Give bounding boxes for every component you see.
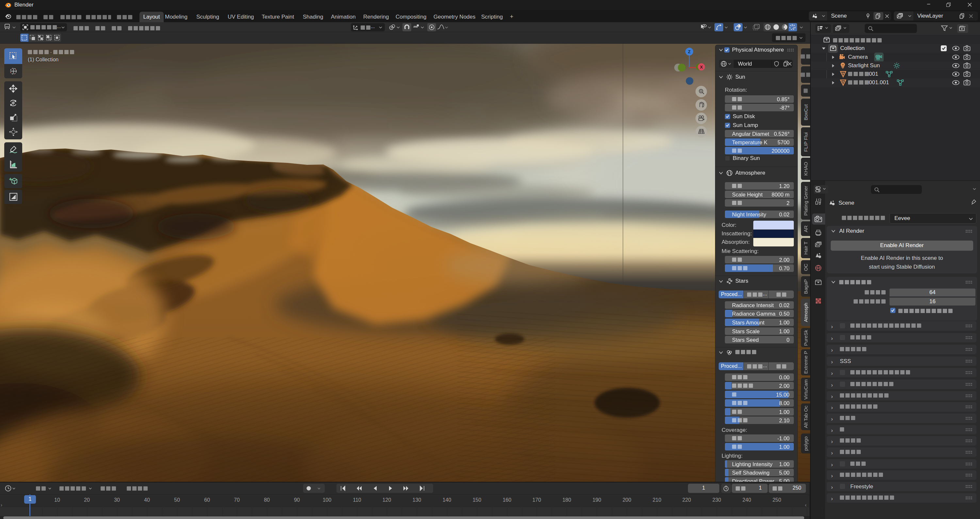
svg-text:Z: Z — [688, 49, 690, 54]
svg-text:X: X — [700, 65, 703, 70]
